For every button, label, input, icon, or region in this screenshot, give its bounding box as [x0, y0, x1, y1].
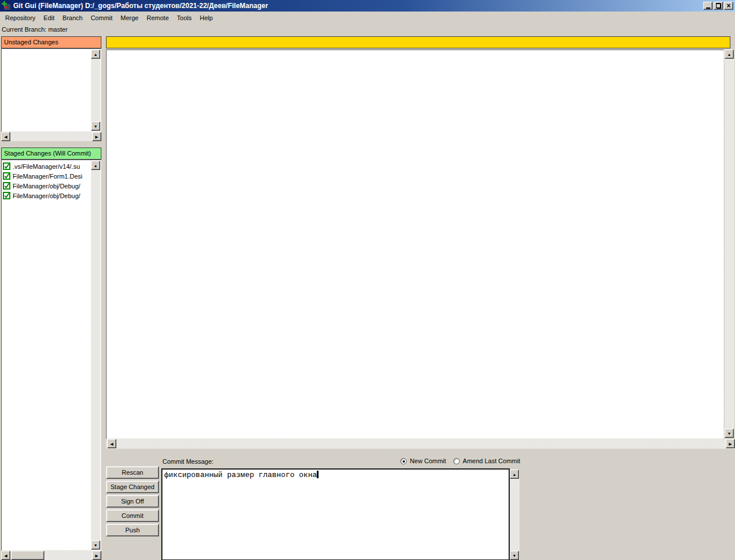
scroll-up-icon: ▲	[94, 164, 98, 168]
close-icon: ×	[726, 3, 730, 9]
scroll-left-icon: ◀	[4, 135, 7, 139]
scroll-down-button[interactable]: ▼	[91, 122, 100, 131]
commit-message-label: Commit Message:	[162, 458, 214, 465]
scroll-down-icon: ▼	[94, 543, 98, 547]
staged-file-name: FileManager/Form1.Desi	[13, 173, 82, 180]
scroll-down-icon: ▼	[513, 554, 517, 558]
staged-file-name: FileManager/obj/Debug/	[13, 183, 80, 190]
menu-branch[interactable]: Branch	[59, 13, 87, 23]
staged-changes-header: Staged Changes (Will Commit)	[1, 147, 101, 160]
scroll-left-icon: ◀	[4, 554, 7, 558]
scroll-down-button[interactable]: ▼	[91, 540, 100, 550]
staged-check-icon[interactable]	[3, 172, 10, 180]
staged-file-name: FileManager/obj/Debug/	[13, 192, 80, 199]
rescan-button[interactable]: Rescan	[106, 466, 159, 479]
amend-last-commit-radio-label[interactable]: Amend Last Commit	[463, 457, 520, 464]
staged-vscrollbar[interactable]: ▲ ▼	[91, 161, 100, 550]
scroll-left-button[interactable]: ◀	[1, 551, 10, 560]
commit-message-vscrollbar[interactable]: ▲ ▼	[510, 470, 520, 560]
diff-view	[106, 50, 724, 439]
menu-bar: Repository Edit Branch Commit Merge Remo…	[0, 12, 735, 24]
scroll-down-button[interactable]: ▼	[510, 551, 519, 560]
new-commit-radio-label[interactable]: New Commit	[410, 457, 446, 464]
scroll-right-icon: ▶	[95, 135, 98, 139]
scroll-up-button[interactable]: ▲	[510, 470, 519, 479]
unstaged-vscrollbar[interactable]: ▲ ▼	[91, 50, 100, 131]
window-title: Git Gui (FileManager) D:/_gogs/Работы ст…	[13, 2, 268, 10]
unstaged-changes-list	[1, 48, 101, 132]
staged-file-row[interactable]: .vs/FileManager/v14/.su	[2, 161, 101, 171]
restore-icon	[716, 3, 721, 8]
menu-help[interactable]: Help	[196, 13, 217, 23]
scrollbar-thumb[interactable]	[11, 551, 44, 560]
scroll-right-button[interactable]: ▶	[726, 439, 735, 448]
title-bar: Git Gui (FileManager) D:/_gogs/Работы ст…	[0, 0, 735, 12]
scroll-up-icon: ▲	[94, 52, 98, 56]
scroll-up-button[interactable]: ▲	[91, 50, 100, 59]
staged-changes-list: .vs/FileManager/v14/.su FileManager/Form…	[1, 160, 101, 551]
minimize-button[interactable]	[703, 2, 713, 10]
diff-hscrollbar[interactable]: ◀ ▶	[106, 439, 735, 449]
staged-file-name: .vs/FileManager/v14/.su	[13, 163, 80, 170]
text-cursor	[317, 471, 319, 478]
staged-check-icon[interactable]	[3, 162, 10, 170]
sign-off-button[interactable]: Sign Off	[106, 495, 159, 508]
staged-check-icon[interactable]	[3, 182, 10, 190]
scroll-up-button[interactable]: ▲	[725, 50, 734, 59]
commit-message-text: фиксированный размер главного окна	[164, 471, 317, 479]
commit-type-radio-group: New Commit Amend Last Commit	[400, 457, 520, 464]
scroll-right-button[interactable]: ▶	[92, 551, 101, 560]
scroll-left-button[interactable]: ◀	[107, 439, 116, 448]
unstaged-hscrollbar[interactable]: ◀ ▶	[1, 132, 101, 141]
app-icon	[2, 1, 11, 10]
amend-last-commit-radio[interactable]	[453, 458, 460, 464]
stage-changed-button[interactable]: Stage Changed	[106, 480, 159, 493]
menu-tools[interactable]: Tools	[173, 13, 196, 23]
staged-file-row[interactable]: FileManager/Form1.Desi	[2, 171, 101, 181]
menu-remote[interactable]: Remote	[142, 13, 173, 23]
menu-edit[interactable]: Edit	[40, 13, 59, 23]
diff-vscrollbar[interactable]: ▲ ▼	[725, 50, 734, 438]
commit-message-textarea[interactable]: фиксированный размер главного окна	[161, 468, 510, 560]
minimize-icon	[706, 7, 710, 9]
scroll-down-icon: ▼	[94, 124, 98, 128]
scroll-up-button[interactable]: ▲	[91, 161, 100, 170]
menu-commit[interactable]: Commit	[86, 13, 116, 23]
restore-button[interactable]	[714, 2, 723, 10]
scroll-up-icon: ▲	[513, 472, 517, 476]
scroll-right-icon: ▶	[729, 442, 732, 446]
git-gui-window: Git Gui (FileManager) D:/_gogs/Работы ст…	[0, 0, 735, 560]
staged-file-row[interactable]: FileManager/obj/Debug/	[2, 191, 101, 200]
menu-repository[interactable]: Repository	[1, 13, 40, 23]
staged-hscrollbar[interactable]: ◀ ▶	[1, 551, 101, 560]
unstaged-changes-header: Unstaged Changes	[1, 36, 101, 48]
scroll-down-button[interactable]: ▼	[725, 429, 734, 438]
scroll-up-icon: ▲	[728, 52, 732, 56]
close-button[interactable]: ×	[724, 2, 733, 10]
scroll-right-button[interactable]: ▶	[92, 132, 101, 141]
staged-file-row[interactable]: FileManager/obj/Debug/	[2, 181, 101, 191]
diff-header-bar	[106, 36, 730, 48]
scroll-down-icon: ▼	[728, 432, 732, 436]
commit-button[interactable]: Commit	[106, 509, 159, 522]
push-button[interactable]: Push	[106, 524, 159, 536]
new-commit-radio[interactable]	[400, 458, 407, 464]
scroll-right-icon: ▶	[95, 554, 98, 558]
menu-merge[interactable]: Merge	[116, 13, 142, 23]
staged-check-icon[interactable]	[3, 192, 10, 199]
current-branch-label: Current Branch: master	[2, 26, 67, 33]
scroll-left-button[interactable]: ◀	[1, 132, 10, 141]
scroll-left-icon: ◀	[110, 442, 113, 446]
